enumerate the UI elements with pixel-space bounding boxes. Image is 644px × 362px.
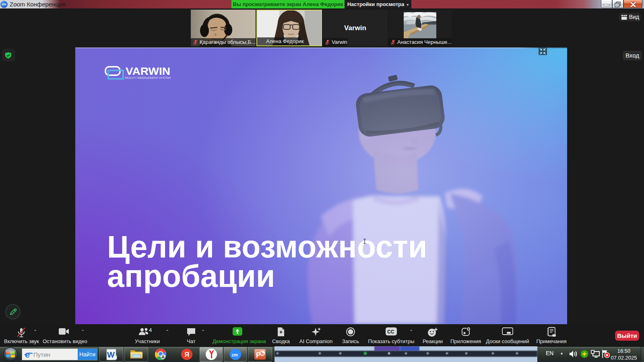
svg-text:REALITY MANAGEMENT SYSTEM: REALITY MANAGEMENT SYSTEM [125, 76, 171, 79]
svg-text:Я: Я [185, 351, 190, 358]
svg-text:CC: CC [387, 329, 394, 335]
svg-text:VARWIN: VARWIN [126, 65, 170, 77]
svg-text:4: 4 [149, 327, 152, 333]
svg-text:zm: zm [231, 352, 238, 357]
